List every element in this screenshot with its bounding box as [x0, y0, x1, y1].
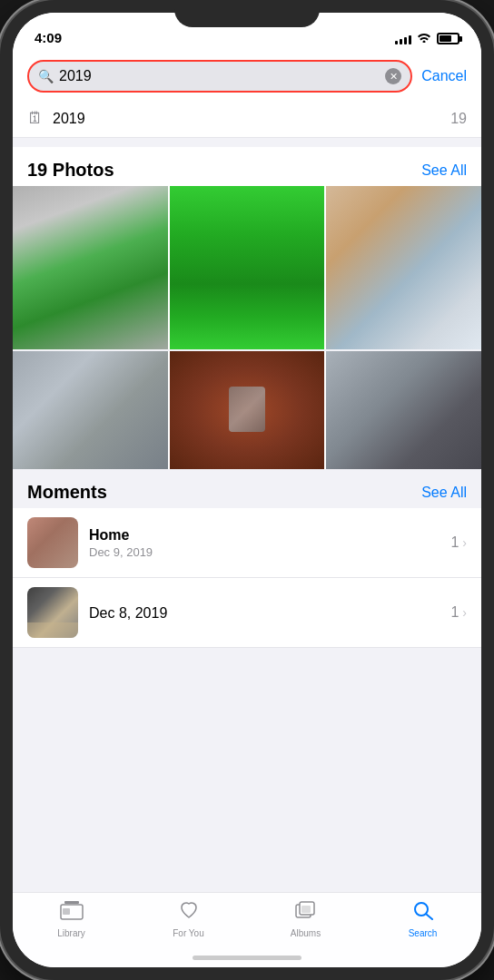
albums-icon — [295, 900, 317, 926]
moment-thumb-2 — [27, 587, 78, 638]
signal-bars-icon — [395, 34, 411, 44]
moments-section-header: Moments See All — [13, 469, 481, 508]
tab-albums[interactable]: Albums — [247, 900, 364, 938]
tab-library-label: Library — [57, 928, 85, 938]
phone-frame: 4:09 — [0, 0, 494, 980]
search-query[interactable]: 2019 — [59, 68, 380, 84]
moment-thumb-1 — [27, 517, 78, 568]
photos-title: 19 Photos — [27, 160, 114, 181]
tab-search[interactable]: Search — [364, 900, 481, 938]
photo-cell-1[interactable] — [13, 186, 168, 349]
search-result-row[interactable]: 🗓 2019 19 — [13, 100, 481, 138]
moment-count-1: 1 › — [450, 534, 467, 551]
tab-for-you[interactable]: For You — [130, 900, 247, 938]
search-tab-icon — [412, 900, 434, 926]
tab-search-label: Search — [409, 928, 438, 938]
result-label: 2019 — [53, 111, 85, 127]
photo-cell-3[interactable] — [326, 186, 481, 349]
moment-title-1: Home — [89, 527, 440, 544]
photos-see-all[interactable]: See All — [421, 162, 467, 179]
home-indicator — [193, 956, 301, 960]
search-icon: 🔍 — [38, 69, 54, 83]
library-icon — [60, 900, 84, 926]
search-bar[interactable]: 🔍 2019 ✕ — [27, 60, 412, 93]
screen-content: 4:09 — [13, 13, 481, 967]
battery-icon — [437, 33, 459, 44]
for-you-icon — [178, 900, 200, 926]
photo-cell-4[interactable] — [13, 351, 168, 469]
section-gap — [13, 138, 481, 147]
svg-rect-1 — [64, 901, 79, 904]
phone-screen: 4:09 — [13, 13, 481, 967]
photos-section-header: 19 Photos See All — [13, 147, 481, 186]
svg-rect-5 — [301, 906, 311, 913]
moments-title: Moments — [27, 482, 107, 503]
tab-library[interactable]: Library — [13, 900, 130, 938]
tab-albums-label: Albums — [291, 928, 321, 938]
moment-date-2: Dec 8, 2019 — [89, 605, 440, 622]
moment-row-2[interactable]: Dec 8, 2019 1 › — [13, 578, 481, 648]
svg-rect-2 — [63, 908, 70, 915]
photo-cell-2[interactable] — [170, 186, 325, 349]
status-time: 4:09 — [35, 30, 62, 45]
status-icons — [395, 32, 459, 45]
search-bar-container: 🔍 2019 ✕ Cancel — [13, 53, 481, 100]
moments-see-all[interactable]: See All — [421, 485, 467, 501]
photo-cell-5[interactable] — [170, 351, 325, 469]
result-count: 19 — [450, 111, 467, 127]
battery-fill — [440, 35, 451, 42]
moment-date-1: Dec 9, 2019 — [89, 545, 440, 559]
calendar-icon: 🗓 — [27, 109, 44, 128]
result-left: 🗓 2019 — [27, 109, 85, 128]
photo-grid-bottom — [13, 351, 481, 469]
tab-for-you-label: For You — [173, 928, 203, 938]
chevron-icon-1: › — [462, 535, 467, 550]
moment-row-1[interactable]: Home Dec 9, 2019 1 › — [13, 508, 481, 578]
moment-info-1: Home Dec 9, 2019 — [89, 527, 440, 559]
svg-line-7 — [426, 915, 432, 920]
notch — [174, 0, 320, 27]
moment-count-2: 1 › — [450, 604, 467, 621]
moment-info-2: Dec 8, 2019 — [89, 603, 440, 622]
chevron-icon-2: › — [462, 605, 467, 620]
clear-button[interactable]: ✕ — [385, 68, 401, 84]
photo-cell-6[interactable] — [326, 351, 481, 469]
wifi-icon — [417, 32, 431, 45]
cancel-button[interactable]: Cancel — [421, 68, 467, 84]
photo-grid-top — [13, 186, 481, 349]
